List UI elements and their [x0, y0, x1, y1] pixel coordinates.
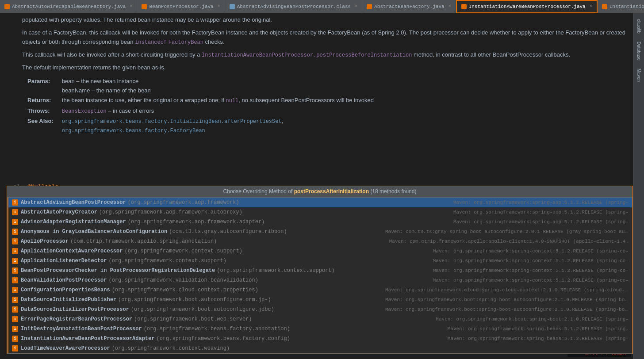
ci-icon-5: i [12, 248, 18, 254]
tab-bean-post-processor[interactable]: BeanPostProcessor.java × [137, 0, 225, 13]
params-value: bean – the new bean instancebeanName – t… [62, 77, 374, 95]
ci-icon-8: i [12, 277, 18, 283]
ci-icon-1: i [12, 209, 18, 215]
completion-method-name: postProcessAfterInitialization [294, 188, 369, 195]
ci-icon-13: i [12, 326, 18, 332]
doc-para-1: populated with property values. The retu… [22, 15, 637, 25]
ci-maven-14: Maven: org.springframework:spring-beans:… [448, 336, 629, 341]
java-icon-5 [602, 4, 607, 9]
java-icon-2 [142, 4, 147, 9]
ci-icon-7: i [12, 267, 18, 274]
ci-pkg-0: (org.springframework.aop.framework) [128, 199, 239, 206]
returns-value: the bean instance to use, either the ori… [62, 96, 374, 105]
ci-pkg-11: (org.springframework.boot.autoconfigure.… [131, 306, 274, 313]
tab-bar: AbstractAutowireCapableBeanFactory.java … [0, 0, 644, 13]
ci-name-8: BeanValidationPostProcessor [21, 277, 107, 283]
completion-item[interactable]: i AbstractAdvisingBeanPostProcessor (org… [8, 198, 632, 207]
close-tab-1[interactable]: × [130, 4, 132, 9]
ci-maven-10: Maven: org.springframework.boot:spring-b… [385, 297, 629, 302]
sidebar-database[interactable]: Database [636, 38, 642, 64]
sidebar-maven[interactable]: Maven [636, 65, 642, 85]
see-also-link-2[interactable]: org.springframework.beans.factory.Factor… [62, 128, 205, 134]
completion-item[interactable]: i BeanPostProcessorChecker in PostProces… [8, 266, 632, 275]
tab-abstract-autowire[interactable]: AbstractAutowireCapableBeanFactory.java … [0, 0, 137, 13]
ci-name-15: LoadTimeWeaverAwareProcessor [21, 345, 110, 351]
close-tab-2[interactable]: × [218, 4, 220, 9]
completion-item[interactable]: i BeanValidationPostProcessor (org.sprin… [8, 275, 632, 285]
ci-maven-9: Maven: org.springframework.cloud:spring-… [385, 287, 629, 293]
ci-name-6: ApplicationListenerDetector [21, 258, 107, 264]
returns-label: Returns: [27, 96, 58, 105]
completion-header-text: Choose Overriding Method of [223, 188, 293, 195]
ci-maven-6: Maven: org.springframework:spring-contex… [433, 258, 629, 264]
completion-item[interactable]: i ConfigurationPropertiesBeans (org.spri… [8, 285, 632, 295]
code-instantiation-ref: InstantiationAwareBeanPostProcessor.post… [202, 52, 412, 58]
tab-instantiation-aware-2[interactable]: InstantiationAwareB... [598, 0, 644, 13]
ci-name-7: BeanPostProcessorChecker in PostProcesso… [21, 267, 215, 274]
ci-pkg-9: (org.springframework.cloud.context.prope… [112, 287, 258, 293]
ci-maven-8: Maven: org.springframework:spring-contex… [433, 278, 629, 283]
ci-maven-3: Maven: com.t3.ts:gray-spring-boot-autoco… [385, 229, 629, 234]
code-null: null [226, 98, 239, 104]
ci-pkg-5: (org.springframework.context.support) [124, 248, 242, 254]
params-label: Params: [27, 77, 58, 95]
ci-icon-4: i [12, 238, 18, 244]
close-tab-4[interactable]: × [448, 4, 451, 9]
code-beansexception: BeansException [62, 108, 107, 115]
code-instanceof: instanceof [135, 39, 167, 46]
doc-para-4: The default implementation returns the g… [22, 63, 637, 73]
ci-pkg-6: (org.springframework.context.support) [108, 258, 226, 264]
doc-para-3: This callback will also be invoked after… [22, 50, 637, 60]
ci-pkg-15: (org.springframework.context.weaving) [112, 345, 230, 351]
completion-popup: Choose Overriding Method of postProcessA… [7, 186, 633, 354]
ci-pkg-1: (org.springframework.aop.framework.autop… [99, 209, 242, 215]
java-icon [4, 4, 10, 9]
ci-name-5: ApplicationContextAwareProcessor [21, 248, 123, 254]
ci-pkg-3: (com.t3.ts.gray.autoconfigure.ribbon) [169, 229, 287, 235]
completion-item[interactable]: i InitDestroyAnnotationBeanPostProcessor… [8, 324, 632, 334]
completion-item[interactable]: i ApplicationContextAwareProcessor (org.… [8, 246, 632, 256]
doc-params-table: Params: bean – the new bean instancebean… [27, 76, 375, 136]
ci-name-10: DataSourceInitializedPublisher [21, 297, 116, 303]
ci-icon-2: i [12, 219, 18, 225]
sidebar-classlib[interactable]: classlib [636, 15, 642, 37]
ci-pkg-8: (org.springframework.validation.beanvali… [108, 277, 258, 283]
tab-abstract-bean-factory[interactable]: AbstractBeanFactory.java × [362, 0, 456, 13]
completion-item[interactable]: i AbstractAutoProxyCreator (org.springfr… [8, 207, 632, 217]
tab-abstract-advising[interactable]: AbstractAdvisingBeanPostProcessor.class … [225, 0, 362, 13]
ci-name-9: ConfigurationPropertiesBeans [21, 287, 110, 293]
ci-maven-13: Maven: org.springframework:spring-beans:… [448, 326, 629, 332]
ci-maven-7: Maven: org.springframework:spring-contex… [433, 268, 629, 273]
ci-name-11: DataSourceInitializerPostProcessor [21, 306, 129, 313]
completion-item[interactable]: i DataSourceInitializedPublisher (org.sp… [8, 295, 632, 305]
ci-name-3: Anonymous in GrayLoadBalancerAutoConfigu… [21, 229, 167, 235]
completion-item[interactable]: i Anonymous in GrayLoadBalancerAutoConfi… [8, 227, 632, 237]
completion-item[interactable]: i ApplicationListenerDetector (org.sprin… [8, 256, 632, 266]
completion-item[interactable]: i LoadTimeWeaverAwareProcessor (org.spri… [8, 344, 632, 353]
ci-icon-6: i [12, 258, 18, 264]
tab-instantiation-aware[interactable]: InstantiationAwareBeanPostProcessor.java… [456, 0, 598, 13]
doc-para-2: In case of a FactoryBean, this callback … [22, 28, 637, 47]
main-content: populated with property values. The retu… [0, 13, 644, 359]
completion-item[interactable]: i ApolloProcessor (com.ctrip.framework.a… [8, 237, 632, 246]
ci-maven-4: Maven: com.ctrip.framework.apollo:apollo… [389, 239, 629, 244]
completion-list: i AbstractAdvisingBeanPostProcessor (org… [7, 197, 632, 354]
completion-item[interactable]: i AdvisorAdapterRegistrationManager (org… [8, 217, 632, 227]
editor-area: populated with property values. The retu… [0, 13, 644, 359]
ci-pkg-4: (com.ctrip.framework.apollo.spring.annot… [70, 238, 217, 244]
close-tab-5[interactable]: × [590, 4, 592, 9]
ci-name-1: AbstractAutoProxyCreator [21, 209, 97, 215]
ci-maven-5: Maven: org.springframework:spring-contex… [433, 248, 629, 254]
completion-item[interactable]: i DataSourceInitializerPostProcessor (or… [8, 305, 632, 314]
completion-count: (18 methods found) [370, 188, 416, 195]
ci-name-4: ApolloProcessor [21, 238, 69, 244]
close-tab-3[interactable]: × [355, 4, 357, 9]
ci-name-14: InstantiationAwareBeanPostProcessorAdapt… [21, 336, 154, 342]
completion-item[interactable]: i ErrorPageRegistrarBeanPostProcessor (o… [8, 314, 632, 324]
see-also-link-1[interactable]: org.springframework.beans.factory.Initia… [62, 118, 282, 125]
ci-name-13: InitDestroyAnnotationBeanPostProcessor [21, 326, 142, 332]
ci-icon-14: i [12, 336, 18, 342]
right-sidebar: classlib Database Maven [633, 13, 644, 359]
throws-value: BeansException – in case of errors [62, 107, 374, 116]
completion-item[interactable]: i InstantiationAwareBeanPostProcessorAda… [8, 334, 632, 344]
